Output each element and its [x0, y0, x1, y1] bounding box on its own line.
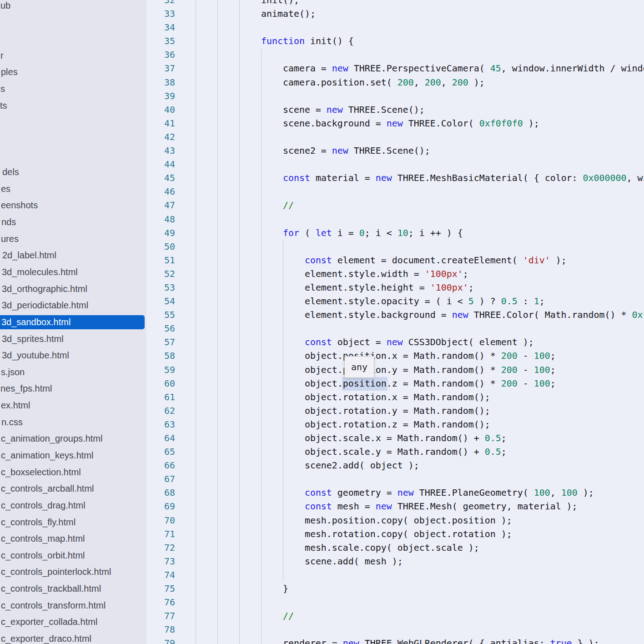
code-token: function: [261, 36, 305, 46]
code-line[interactable]: scene = new THREE.Scene();: [196, 105, 425, 115]
file-item[interactable]: c_controls_transform.html: [0, 597, 146, 614]
code-line[interactable]: object.rotation.y = Math.random();: [196, 406, 490, 416]
file-item-label: c_controls_pointerlock.html: [0, 567, 111, 577]
file-item[interactable]: 3d_sprites.html: [0, 331, 146, 347]
file-item[interactable]: 3d_periodictable.html: [0, 297, 146, 314]
file-item[interactable]: c_controls_orbit.html: [0, 547, 146, 564]
code-line[interactable]: const material = new THREE.MeshBasicMate…: [196, 173, 644, 183]
code-line[interactable]: //: [196, 611, 294, 621]
code-line[interactable]: object.rotation.z = Math.random();: [196, 419, 490, 430]
code-line[interactable]: object.position.z = Math.random() * 200 …: [196, 378, 556, 389]
code-line[interactable]: scene.add( mesh );: [196, 556, 403, 567]
file-item-label: s.json: [0, 367, 25, 377]
code-token: THREE.Color(: [403, 118, 479, 129]
file-item[interactable]: c_controls_fly.html: [0, 514, 146, 531]
code-line[interactable]: const mesh = new THREE.Mesh( geometry, m…: [196, 501, 578, 512]
file-item-label: c_boxselection.html: [0, 467, 81, 478]
code-line[interactable]: scene.background = new THREE.Color( 0xf0…: [196, 118, 539, 129]
code-line[interactable]: function init() {: [196, 36, 354, 46]
file-item[interactable]: nds: [0, 214, 146, 231]
code-token: ,: [441, 77, 452, 88]
code-line[interactable]: object.position.x = Math.random() * 200 …: [196, 351, 556, 361]
code-line[interactable]: //: [196, 200, 294, 211]
file-item[interactable]: c_controls_arcball.html: [0, 480, 146, 497]
file-item[interactable]: 3d_youtube.html: [0, 347, 146, 364]
code-token: ;: [501, 447, 507, 457]
file-item[interactable]: r: [0, 47, 146, 64]
file-item[interactable]: c_exporter_draco.html: [0, 630, 146, 644]
code-token: } );: [572, 638, 599, 644]
file-item[interactable]: n.css: [0, 414, 146, 431]
code-line[interactable]: element.style.width = '100px';: [196, 269, 468, 279]
code-token: -: [518, 351, 534, 361]
code-line[interactable]: element.style.opacity = ( i < 5 ) ? 0.5 …: [196, 296, 545, 307]
file-item[interactable]: c_animation_groups.html: [0, 430, 146, 447]
file-item[interactable]: nes_fps.html: [0, 380, 146, 397]
code-token: object.position.z = Math.random() *: [305, 378, 501, 389]
code-line[interactable]: camera = new THREE.PerspectiveCamera( 45…: [196, 63, 644, 74]
file-item[interactable]: c_controls_trackball.html: [0, 580, 146, 597]
file-item[interactable]: c_boxselection.html: [0, 464, 146, 481]
code-token: 200: [397, 77, 414, 88]
code-line[interactable]: const element = document.createElement( …: [196, 255, 567, 266]
file-item[interactable]: 3d_orthographic.html: [0, 281, 146, 297]
code-line[interactable]: }: [196, 584, 288, 594]
code-token: mesh.rotation.copy( object.rotation );: [305, 529, 512, 539]
file-item[interactable]: 3d_molecules.html: [0, 264, 146, 281]
code-line[interactable]: mesh.rotation.copy( object.rotation );: [196, 529, 512, 539]
code-editor-text[interactable]: init(); animate(); function init() { cam…: [196, 0, 644, 644]
file-item[interactable]: c_controls_map.html: [0, 530, 146, 547]
code-token: camera =: [283, 63, 332, 74]
code-token: animate();: [261, 9, 316, 19]
code-token: //: [283, 200, 294, 211]
file-item[interactable]: s: [0, 80, 146, 97]
code-token: object.position.y = Math.random() *: [305, 365, 501, 375]
code-token: element.style.background =: [305, 310, 452, 320]
code-token: new: [397, 488, 414, 498]
file-item[interactable]: c_exporter_collada.html: [0, 614, 146, 630]
code-token: 5: [468, 296, 474, 307]
code-line[interactable]: animate();: [196, 9, 316, 19]
file-item[interactable]: c_controls_drag.html: [0, 497, 146, 514]
code-line[interactable]: element.style.background = new THREE.Col…: [196, 310, 644, 320]
code-line[interactable]: mesh.position.copy( object.position );: [196, 515, 512, 526]
code-token: mesh =: [332, 501, 376, 512]
code-line[interactable]: camera.position.set( 200, 200, 200 );: [196, 77, 485, 88]
code-token: 200: [452, 77, 468, 88]
code-token: 0.5: [485, 447, 501, 457]
code-line[interactable]: object.rotation.x = Math.random();: [196, 392, 490, 402]
code-line[interactable]: renderer = new THREE.WebGLRenderer( { an…: [196, 638, 599, 644]
file-item-selected[interactable]: 3d_sandbox.html: [0, 314, 146, 331]
file-item[interactable]: ub: [0, 0, 146, 14]
file-item[interactable]: s.json: [0, 364, 146, 381]
code-token: new: [376, 501, 392, 512]
file-item-label: nes_fps.html: [0, 383, 52, 394]
file-item[interactable]: 2d_label.html: [0, 247, 146, 264]
file-item[interactable]: c_controls_pointerlock.html: [0, 564, 146, 580]
code-line[interactable]: element.style.height = '100px';: [196, 282, 474, 293]
code-token: scene.add( mesh );: [305, 556, 403, 567]
file-item[interactable]: ts: [0, 97, 146, 114]
code-line[interactable]: object.position.y = Math.random() * 200 …: [196, 365, 556, 375]
code-token: ; i <: [365, 228, 397, 238]
code-line[interactable]: scene2 = new THREE.Scene();: [196, 146, 430, 156]
file-item[interactable]: ples: [0, 64, 146, 80]
code-token: let: [316, 228, 332, 238]
code-line[interactable]: scene2.add( object );: [196, 460, 419, 471]
file-item[interactable]: c_animation_keys.html: [0, 447, 146, 464]
code-line[interactable]: const object = new CSS3DObject( element …: [196, 337, 534, 347]
code-line[interactable]: for ( let i = 0; i < 10; i ++ ) {: [196, 228, 463, 238]
code-line[interactable]: mesh.scale.copy( object.scale );: [196, 543, 479, 553]
file-item-label: c_animation_groups.html: [0, 433, 102, 444]
code-token: true: [550, 638, 572, 644]
file-item[interactable]: dels: [0, 164, 146, 181]
code-line[interactable]: const geometry = new THREE.PlaneGeometry…: [196, 488, 594, 498]
code-line[interactable]: init();: [196, 0, 299, 5]
code-line[interactable]: object.scale.y = Math.random() + 0.5;: [196, 447, 507, 457]
code-line[interactable]: object.scale.x = Math.random() + 0.5;: [196, 433, 507, 443]
file-item[interactable]: eenshots: [0, 197, 146, 214]
file-item[interactable]: ures: [0, 231, 146, 247]
file-item[interactable]: es: [0, 181, 146, 197]
file-item[interactable]: ex.html: [0, 397, 146, 414]
code-token: 0.5: [485, 433, 501, 443]
